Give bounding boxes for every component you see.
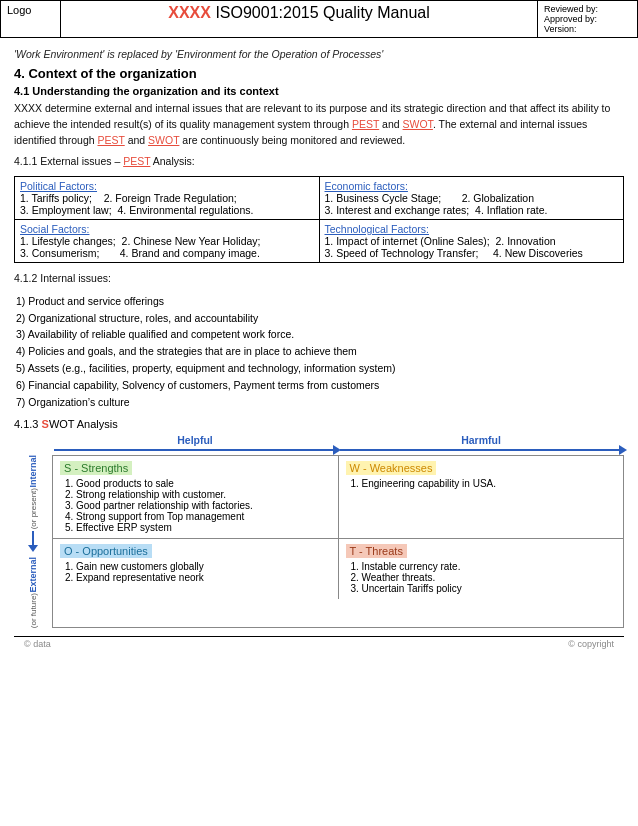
internal-item-6: 6) Financial capability, Solvency of cus… <box>16 377 624 394</box>
opportunities-list: Gain new customers globally Expand repre… <box>60 561 331 583</box>
approved-by: Approved by: <box>544 14 631 24</box>
footer-right: © copyright <box>568 639 614 649</box>
political-header: Political Factors: <box>20 180 97 192</box>
internal-item-3: 3) Availability of reliable qualified an… <box>16 326 624 343</box>
swot-wot-label: WOT Analysis <box>49 418 118 430</box>
economic-cell: Economic factors: 1. Business Cycle Stag… <box>319 177 624 220</box>
threat-item-1: Instable currency rate. <box>362 561 617 572</box>
threats-header: T - Threats <box>346 544 617 558</box>
external-axis: External (or future) <box>14 557 52 628</box>
swot-top-row: S - Strengths Good products to sale Stro… <box>53 456 623 539</box>
threats-list: Instable currency rate. Weather threats.… <box>346 561 617 594</box>
swot-title: 4.1.3 SWOT Analysis <box>14 418 624 430</box>
title-cell: XXXX ISO9001:2015 Quality Manual <box>61 1 538 38</box>
strengths-header: S - Strengths <box>60 461 331 475</box>
weaknesses-cell: W - Weaknesses Engineering capability in… <box>339 456 624 538</box>
reviewed-by: Reviewed by: <box>544 4 631 14</box>
title-prefix: XXXX <box>168 4 211 21</box>
tech-cell: Technological Factors: 1. Impact of inte… <box>319 220 624 263</box>
footer-bar: © data © copyright <box>14 636 624 651</box>
internal-item-5: 5) Assets (e.g., facilities, property, e… <box>16 360 624 377</box>
threats-cell: T - Threats Instable currency rate. Weat… <box>339 539 624 599</box>
body41-text: XXXX determine external and internal iss… <box>14 101 624 148</box>
strengths-cell: S - Strengths Good products to sale Stro… <box>53 456 339 538</box>
pest-table: Political Factors: 1. Tariffs policy; 2.… <box>14 176 624 263</box>
weaknesses-header: W - Weaknesses <box>346 461 617 475</box>
internal-axis-sub: (or present) <box>29 488 38 529</box>
internal-list: 1) Product and service offerings 2) Orga… <box>14 293 624 411</box>
economic-header: Economic factors: <box>325 180 408 192</box>
opportunities-header: O - Opportunities <box>60 544 331 558</box>
title-main: ISO9001:2015 Quality Manual <box>211 4 430 21</box>
sub41-title: 4.1 Understanding the organization and i… <box>14 85 624 97</box>
social-cell: Social Factors: 1. Lifestyle changes; 2.… <box>15 220 320 263</box>
note-text: 'Work Environment' is replaced by 'Envir… <box>14 48 624 60</box>
harmful-label: Harmful <box>338 434 624 446</box>
opportunities-cell: O - Opportunities Gain new customers glo… <box>53 539 339 599</box>
section4-title: 4. Context of the organization <box>14 66 624 81</box>
swot-outer-wrapper: Internal (or present) External (or futur… <box>14 455 624 628</box>
weaknesses-list: Engineering capability in USA. <box>346 478 617 489</box>
opportunity-item-1: Gain new customers globally <box>76 561 331 572</box>
internal-item-1: 1) Product and service offerings <box>16 293 624 310</box>
threat-item-3: Uncertain Tariffs policy <box>362 583 617 594</box>
strength-item-1: Good products to sale <box>76 478 331 489</box>
threat-item-2: Weather threats. <box>362 572 617 583</box>
swot-s-label: S <box>42 418 49 430</box>
logo-cell: Logo <box>1 1 61 38</box>
tech-header: Technological Factors: <box>325 223 429 235</box>
strength-item-2: Strong relationship with customer. <box>76 489 331 500</box>
version: Version: <box>544 24 631 34</box>
political-cell: Political Factors: 1. Tariffs policy; 2.… <box>15 177 320 220</box>
social-header: Social Factors: <box>20 223 89 235</box>
internal-item-4: 4) Policies and goals, and the strategie… <box>16 343 624 360</box>
strength-item-4: Strong support from Top management <box>76 511 331 522</box>
strength-item-3: Good partner relationship with factories… <box>76 500 331 511</box>
strength-item-5: Effective ERP system <box>76 522 331 533</box>
weakness-item-1: Engineering capability in USA. <box>362 478 617 489</box>
review-cell: Reviewed by: Approved by: Version: <box>538 1 638 38</box>
opportunity-item-2: Expand representative neork <box>76 572 331 583</box>
swot-grid: S - Strengths Good products to sale Stro… <box>52 455 624 628</box>
internal-axis-label: Internal <box>28 455 38 488</box>
internal-item-2: 2) Organizational structure, roles, and … <box>16 310 624 327</box>
left-axis: Internal (or present) External (or futur… <box>14 455 52 628</box>
footer-left: © data <box>24 639 51 649</box>
external-axis-label: External <box>28 557 38 593</box>
internal-axis: Internal (or present) <box>14 455 52 529</box>
swot-arrow-bar <box>52 449 624 451</box>
swot-section: 4.1.3 SWOT Analysis Helpful Harmful <box>14 418 624 628</box>
axis-arrow <box>32 531 34 547</box>
header-table: Logo XXXX ISO9001:2015 Quality Manual Re… <box>0 0 638 38</box>
external-axis-sub: (or future) <box>29 593 38 628</box>
helpful-label: Helpful <box>52 434 338 446</box>
internal-item-7: 7) Organization’s culture <box>16 394 624 411</box>
pest-intro: 4.1.1 External issues – PEST Analysis: <box>14 154 624 170</box>
swot-bottom-row: O - Opportunities Gain new customers glo… <box>53 539 623 599</box>
strengths-list: Good products to sale Strong relationshi… <box>60 478 331 533</box>
logo-label: Logo <box>7 4 31 16</box>
main-content: 'Work Environment' is replaced by 'Envir… <box>0 44 638 655</box>
internal-title: 4.1.2 Internal issues: <box>14 271 624 287</box>
